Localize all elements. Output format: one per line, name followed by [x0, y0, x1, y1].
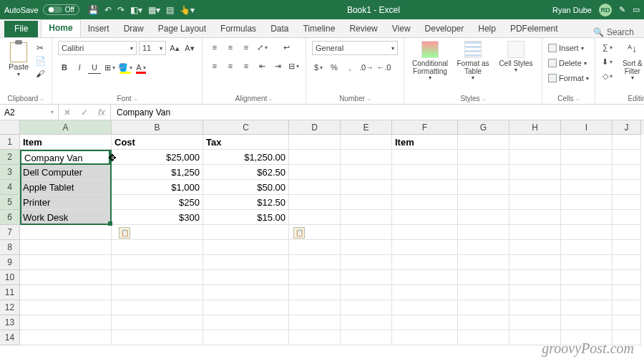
row-header[interactable]: 2: [0, 150, 20, 165]
cell[interactable]: [392, 285, 458, 300]
cell[interactable]: [509, 165, 561, 180]
cell[interactable]: [613, 210, 641, 225]
row-header[interactable]: 14: [0, 330, 20, 345]
paste-options-icon[interactable]: 📋: [293, 227, 305, 239]
cell[interactable]: [203, 300, 289, 315]
ribbon-display-icon[interactable]: ▭: [633, 5, 640, 14]
cell[interactable]: [613, 285, 641, 300]
cell[interactable]: [613, 180, 641, 195]
merge-button[interactable]: ⊟: [287, 59, 300, 72]
cell[interactable]: [613, 315, 641, 330]
tab-data[interactable]: Data: [263, 21, 296, 37]
format-painter-icon[interactable]: 🖌: [34, 68, 46, 80]
cell[interactable]: [392, 330, 458, 345]
orientation-icon[interactable]: ⤢: [255, 41, 268, 54]
row-header[interactable]: 9: [0, 255, 20, 270]
cell[interactable]: [458, 255, 509, 270]
align-top-icon[interactable]: ≡: [208, 41, 221, 54]
row-header[interactable]: 10: [0, 270, 20, 285]
row-header[interactable]: 6: [0, 210, 20, 225]
tab-formulas[interactable]: Formulas: [213, 21, 263, 37]
fill-color-button[interactable]: 🪣: [118, 61, 132, 74]
cut-icon[interactable]: ✂: [34, 42, 46, 54]
cell[interactable]: [341, 300, 392, 315]
italic-button[interactable]: I: [73, 61, 86, 74]
cell[interactable]: $1,250.00: [203, 150, 289, 165]
cell[interactable]: [561, 315, 613, 330]
qat-item-icon[interactable]: ▤: [166, 5, 174, 15]
cell[interactable]: [509, 300, 561, 315]
cell[interactable]: [509, 150, 561, 165]
bold-button[interactable]: B: [58, 61, 71, 74]
cell[interactable]: $1,000: [112, 180, 203, 195]
cell[interactable]: [341, 225, 392, 240]
cell[interactable]: [20, 270, 112, 285]
cell[interactable]: [112, 240, 203, 255]
col-header-E[interactable]: E: [341, 120, 392, 135]
cell[interactable]: [20, 300, 112, 315]
cell[interactable]: [203, 270, 289, 285]
tab-timeline[interactable]: Timeline: [296, 21, 342, 37]
cell[interactable]: [509, 210, 561, 225]
cell[interactable]: [392, 315, 458, 330]
cell[interactable]: [341, 315, 392, 330]
tab-developer[interactable]: Developer: [418, 21, 472, 37]
cell[interactable]: [561, 255, 613, 270]
search-box[interactable]: 🔍 Search: [593, 27, 640, 37]
cell[interactable]: [341, 240, 392, 255]
font-size-combo[interactable]: 11▾: [139, 41, 166, 55]
cell[interactable]: [613, 150, 641, 165]
number-format-combo[interactable]: General▾: [312, 41, 398, 55]
cell[interactable]: [561, 225, 613, 240]
autosave-toggle[interactable]: Off: [43, 4, 79, 15]
insert-cells-button[interactable]: Insert ▾: [548, 41, 589, 55]
align-right-icon[interactable]: ≡: [240, 59, 253, 72]
row-header[interactable]: 7: [0, 225, 20, 240]
align-middle-icon[interactable]: ≡: [224, 41, 237, 54]
paste-button[interactable]: Paste ▾: [6, 41, 31, 93]
cell[interactable]: [509, 255, 561, 270]
cancel-icon[interactable]: ✕: [59, 105, 76, 120]
cell[interactable]: Cost: [112, 135, 203, 150]
cell[interactable]: [112, 315, 203, 330]
cell[interactable]: [561, 165, 613, 180]
cell[interactable]: [289, 255, 341, 270]
cell[interactable]: [341, 150, 392, 165]
cell[interactable]: [613, 225, 641, 240]
cell[interactable]: [392, 240, 458, 255]
grow-font-icon[interactable]: A▴: [168, 42, 181, 54]
cell[interactable]: [289, 210, 341, 225]
fill-icon[interactable]: ⬇: [601, 55, 614, 68]
indent-increase-icon[interactable]: ⇥: [271, 59, 284, 72]
col-header-G[interactable]: G: [458, 120, 509, 135]
cell[interactable]: [458, 240, 509, 255]
align-center-icon[interactable]: ≡: [224, 59, 237, 72]
cell[interactable]: [392, 195, 458, 210]
fx-icon[interactable]: fx: [93, 105, 110, 120]
cell[interactable]: [203, 225, 289, 240]
currency-icon[interactable]: $: [312, 61, 325, 74]
format-as-table-button[interactable]: Format as Table▾: [453, 41, 493, 93]
paste-options-icon[interactable]: 📋: [119, 227, 130, 239]
formula-input[interactable]: Company Van: [111, 107, 644, 118]
cell[interactable]: [458, 225, 509, 240]
cell[interactable]: Item: [392, 135, 458, 150]
cell[interactable]: [458, 150, 509, 165]
font-name-combo[interactable]: Calibri▾: [58, 41, 137, 55]
cell[interactable]: [112, 285, 203, 300]
col-header-A[interactable]: A: [20, 120, 112, 135]
cell[interactable]: [289, 195, 341, 210]
cell[interactable]: [341, 135, 392, 150]
cell[interactable]: [20, 315, 112, 330]
cell[interactable]: $62.50: [203, 165, 289, 180]
username[interactable]: Ryan Dube: [552, 6, 592, 14]
tab-home[interactable]: Home: [41, 19, 80, 37]
cell[interactable]: [458, 195, 509, 210]
avatar[interactable]: RD: [599, 4, 612, 16]
cell[interactable]: [289, 150, 341, 165]
increase-decimal-icon[interactable]: .0→: [359, 61, 374, 74]
tab-help[interactable]: Help: [471, 21, 503, 37]
select-all-corner[interactable]: [0, 120, 20, 135]
row-header[interactable]: 13: [0, 315, 20, 330]
tab-page-layout[interactable]: Page Layout: [151, 21, 213, 37]
